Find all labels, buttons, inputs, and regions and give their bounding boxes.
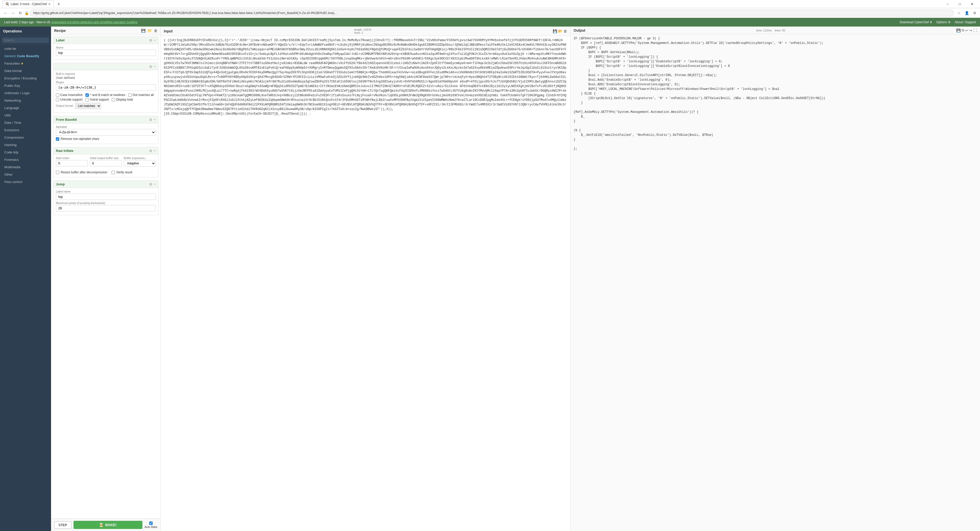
sidebar-item-code-beautify[interactable]: Generic Code Beautify [0, 52, 51, 60]
jump-op-min-btn[interactable]: − [154, 182, 156, 186]
jump-op-disable-btn[interactable]: ⊙ [149, 182, 152, 186]
remove-nonalpha-label[interactable]: Remove non-alphabet chars [61, 137, 99, 141]
max-jumps-input[interactable] [56, 205, 156, 211]
close-btn[interactable]: ✕ [966, 0, 978, 8]
input-content[interactable]: ( ([strIng]$vERBOsEPrEFeREnCe)[1,3]+'+'-… [161, 36, 570, 531]
sidebar-search-container [0, 36, 51, 45]
regex-op-min-btn[interactable]: − [154, 65, 156, 69]
options-btn[interactable]: Options ⚙ [936, 21, 951, 24]
sidebar-item-flow-control[interactable]: Flow control [0, 178, 51, 186]
input-clear-btn[interactable]: 🗑 [563, 29, 567, 33]
caret-dollar-label[interactable]: ^ and $ match at newlines [90, 93, 125, 97]
label-name-input[interactable] [56, 193, 156, 200]
display-total-checkbox[interactable] [112, 98, 115, 101]
maximize-btn[interactable]: □ [954, 0, 966, 8]
name-field-input[interactable] [56, 49, 156, 56]
bake-btn[interactable]: 👨‍🍳 BAKE! [73, 521, 142, 529]
sidebar-item-language[interactable]: Language [0, 104, 51, 112]
output-format-select[interactable]: List matches [75, 103, 101, 109]
minimize-btn[interactable]: − [942, 0, 953, 8]
buffer-expansion-select[interactable]: Adaptive [124, 160, 156, 167]
sidebar-item-label: Other [4, 172, 13, 176]
sidebar-item-other[interactable]: Other [0, 171, 51, 178]
remove-nonalpha-checkbox[interactable] [56, 137, 59, 141]
verify-result-checkbox[interactable] [111, 171, 115, 174]
about-support-btn[interactable]: About / Support [955, 21, 976, 24]
sidebar-item-public-key[interactable]: Public Key [0, 82, 51, 89]
forward-btn[interactable]: → [10, 10, 16, 16]
from-base64-op-disable-btn[interactable]: ⊙ [149, 118, 152, 121]
bake-area: STEP 👨‍🍳 BAKE! Auto Bake [51, 518, 161, 531]
back-btn[interactable]: ← [2, 10, 9, 16]
tab-close-btn[interactable]: ✕ [48, 3, 51, 6]
step-btn[interactable]: STEP [54, 521, 72, 529]
recipe-save-btn[interactable]: 💾 [141, 29, 145, 33]
sidebar-item-networking[interactable]: Networking [0, 97, 51, 104]
alphabet-select[interactable]: A-Za-z0-9+/= [56, 129, 156, 136]
sidebar-item-code-tidy[interactable]: Code tidy [0, 148, 51, 156]
sidebar-item-code-be[interactable]: code be [0, 45, 51, 52]
name-field-label: Name [56, 46, 156, 49]
sidebar-item-utils[interactable]: Utils [0, 112, 51, 119]
sidebar-item-date-time[interactable]: Date / Time [0, 119, 51, 126]
astral-support-checkbox[interactable] [86, 98, 89, 101]
caret-dollar-checkbox[interactable] [86, 93, 89, 97]
resize-buffer-checkbox[interactable] [56, 171, 59, 174]
sidebar-item-compression[interactable]: Compression [0, 134, 51, 141]
auto-bake-checkbox[interactable] [149, 521, 153, 525]
output-expand-btn[interactable]: ⛶ [974, 28, 977, 32]
auto-bake-label[interactable]: Auto Bake [145, 525, 158, 528]
profile-btn[interactable]: 👤 [963, 10, 970, 16]
bake-icon: 👨‍🍳 [99, 523, 103, 527]
input-open-btn[interactable]: 📂 [558, 29, 563, 33]
refresh-btn[interactable]: ↻ [18, 10, 24, 16]
label-op-min-btn[interactable]: − [154, 38, 156, 42]
start-index-input[interactable] [56, 160, 88, 166]
sidebar-item-favourites[interactable]: Favourites ★ [0, 60, 51, 67]
output-save-btn[interactable]: 💾 [956, 28, 961, 32]
tab-label: Label, 5 more - CyberChef [11, 2, 47, 6]
display-total-label[interactable]: Display total [116, 98, 133, 101]
settings-btn[interactable]: ⚙ [972, 10, 978, 16]
recipe-folder-btn[interactable]: 📁 [148, 29, 152, 33]
sidebar-item-encryption[interactable]: Encryption / Encoding [0, 75, 51, 82]
recipe-delete-btn[interactable]: 🗑 [154, 29, 158, 33]
verify-result-label[interactable]: Verify result [116, 171, 132, 174]
sidebar-item-arithmetic[interactable]: Arithmetic / Logic [0, 89, 51, 97]
input-save-btn[interactable]: 💾 [553, 29, 557, 33]
sidebar-item-extractors[interactable]: Extractors [0, 126, 51, 134]
unicode-support-checkbox[interactable] [56, 98, 59, 101]
from-base64-op-controls: ⊙ − [149, 118, 156, 121]
from-base64-op-min-btn[interactable]: − [154, 118, 156, 121]
new-tab-btn[interactable]: + [56, 2, 61, 6]
resize-buffer-label[interactable]: Resize buffer after decompression [61, 171, 107, 174]
sidebar-search-input[interactable] [2, 38, 49, 43]
sidebar-item-label: code be [4, 47, 16, 51]
output-copy-btn[interactable]: ⧉ [962, 28, 964, 32]
output-undo-btn[interactable]: ↩ [965, 28, 968, 32]
unicode-support-label[interactable]: Unicode support [60, 98, 83, 101]
sidebar-item-hashing[interactable]: Hashing [0, 141, 51, 148]
dot-matches-checkbox[interactable] [128, 93, 132, 97]
browser-tab[interactable]: 🍳 Label, 5 more - CyberChef ✕ [2, 0, 54, 8]
raw-inflate-op-min-btn[interactable]: − [154, 149, 156, 153]
case-insensitive-checkbox[interactable] [56, 93, 59, 97]
regex-field-input[interactable] [56, 84, 156, 91]
case-insensitive-label[interactable]: Case insensitive [60, 93, 83, 97]
sidebar-item-multimedia[interactable]: Multimedia [0, 163, 51, 171]
label-op-disable-btn[interactable]: ⊙ [149, 38, 152, 42]
output-redo-btn[interactable]: ↪ [969, 28, 972, 32]
initial-buffer-input[interactable] [90, 160, 122, 166]
download-cyberchef-btn[interactable]: Download CyberChef ⬇ [900, 21, 932, 24]
url-input[interactable] [30, 10, 954, 16]
dot-matches-label[interactable]: Dot matches all [133, 93, 154, 97]
sidebar-item-forensics[interactable]: Forensics [0, 156, 51, 163]
caret-dollar-flag: ^ and $ match at newlines [86, 93, 125, 97]
raw-inflate-op-title: Raw Inflate [56, 149, 73, 153]
bookmark-btn[interactable]: ☆ [956, 10, 962, 16]
sidebar-item-data-format[interactable]: Data format [0, 67, 51, 75]
regex-op-disable-btn[interactable]: ⊙ [149, 65, 152, 69]
raw-inflate-op-disable-btn[interactable]: ⊙ [149, 149, 152, 153]
notif-link[interactable]: Automated encoding detection and simplif… [51, 21, 137, 24]
astral-support-label[interactable]: Astral support [90, 98, 109, 101]
